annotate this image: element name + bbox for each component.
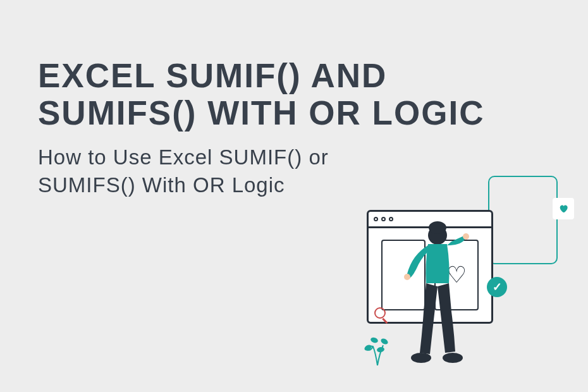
svg-point-9 xyxy=(380,338,389,346)
checkmark-badge-icon: ✓ xyxy=(487,277,507,297)
window-dot xyxy=(374,217,378,221)
main-title: EXCEL SUMIF() AND SUMIFS() WITH OR LOGIC xyxy=(38,57,550,132)
svg-point-3 xyxy=(463,233,469,240)
window-dot xyxy=(381,217,386,221)
heart-card xyxy=(553,198,574,219)
heart-icon xyxy=(558,204,568,214)
svg-point-1 xyxy=(429,221,446,234)
svg-point-4 xyxy=(411,353,431,363)
red-marker-icon xyxy=(374,307,386,319)
person-illustration xyxy=(400,220,475,365)
svg-point-2 xyxy=(404,274,410,280)
svg-point-7 xyxy=(370,336,379,344)
window-dot xyxy=(389,217,393,221)
svg-point-5 xyxy=(443,353,463,363)
background-rectangle xyxy=(488,176,558,264)
plant-illustration xyxy=(362,328,393,365)
hero-illustration: ✓ xyxy=(336,176,558,365)
